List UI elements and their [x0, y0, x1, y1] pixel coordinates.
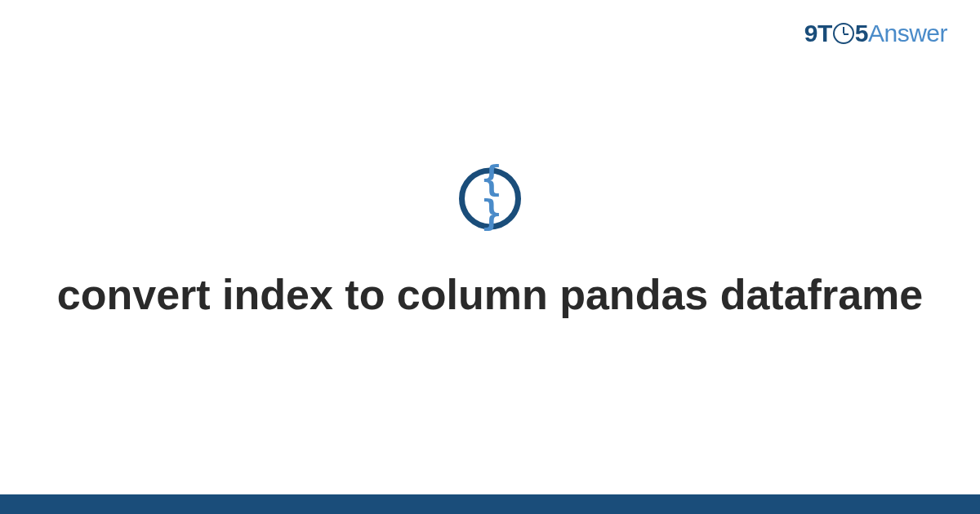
brand-answer: Answer — [868, 20, 947, 47]
braces-glyph: { } — [465, 162, 515, 231]
code-braces-icon: { } — [459, 167, 521, 229]
brand-five: 5 — [855, 20, 868, 47]
brand-nine: 9 — [804, 20, 817, 47]
brand-logo: 9T5Answer — [804, 20, 947, 47]
main-content: { } convert index to column pandas dataf… — [0, 167, 980, 321]
page-title: convert index to column pandas dataframe — [0, 268, 980, 321]
brand-t: T — [817, 20, 832, 47]
clock-icon — [833, 23, 854, 44]
footer-bar — [0, 494, 980, 514]
